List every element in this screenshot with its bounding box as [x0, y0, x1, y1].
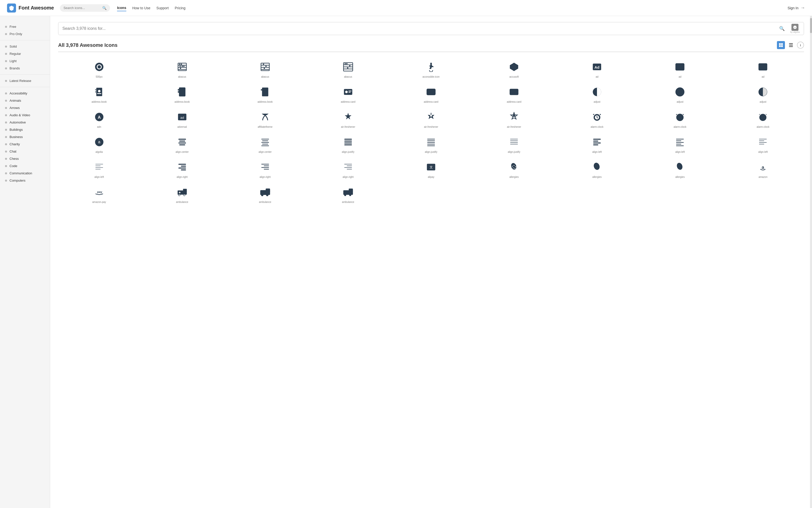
- logo-area[interactable]: Font Awesome: [7, 3, 54, 12]
- icon-glyph: [592, 112, 602, 124]
- sidebar-item-computers[interactable]: Computers: [0, 177, 50, 184]
- icon-cell-abacus[interactable]: abacus: [224, 56, 306, 80]
- icon-cell-allergies[interactable]: allergies: [473, 156, 555, 180]
- sidebar-item-latest-release[interactable]: Latest Release: [0, 77, 50, 84]
- sidebar-dot: [5, 46, 7, 48]
- icon-cell-align-left[interactable]: align-left: [722, 131, 804, 155]
- icon-cell-accessible-icon[interactable]: accessible-icon: [390, 56, 472, 80]
- sidebar-item-free[interactable]: Free: [0, 23, 50, 30]
- icon-cell-alarm-clock[interactable]: alarm-clock: [639, 106, 721, 130]
- sidebar-label-latest-release: Latest Release: [9, 79, 31, 83]
- sidebar-item-solid[interactable]: Solid: [0, 43, 50, 50]
- svg-rect-3: [781, 43, 783, 45]
- sidebar-label-accessibility: Accessibility: [9, 91, 27, 95]
- svg-rect-59: [349, 91, 352, 91]
- icon-cell-allergies[interactable]: allergies: [639, 156, 721, 180]
- icon-cell-ambulance[interactable]: ambulance: [307, 181, 389, 205]
- icon-cell-align-justify[interactable]: align-justify: [473, 131, 555, 155]
- scrollbar[interactable]: [810, 16, 812, 508]
- icon-cell-adversal[interactable]: ad adversal: [141, 106, 223, 130]
- sidebar-item-chess[interactable]: Chess: [0, 155, 50, 162]
- svg-rect-2: [779, 43, 781, 45]
- icon-cell-align-left[interactable]: align-left: [58, 156, 140, 180]
- icon-cell-affiliatetheme[interactable]: affiliatetheme: [224, 106, 306, 130]
- icon-cell-adjust[interactable]: adjust: [556, 81, 638, 105]
- list-view-button[interactable]: [787, 41, 795, 49]
- nav-support[interactable]: Support: [156, 5, 169, 11]
- icon-cell-ad[interactable]: Ad ad: [639, 56, 721, 80]
- icon-cell-align-left[interactable]: align-left: [639, 131, 721, 155]
- sidebar-item-brands[interactable]: Brands: [0, 65, 50, 72]
- icon-cell-align-justify[interactable]: align-justify: [390, 131, 472, 155]
- icon-cell-air-freshener[interactable]: air-freshener: [390, 106, 472, 130]
- icon-cell-alipay[interactable]: 支 alipay: [390, 156, 472, 180]
- icon-cell-adjust[interactable]: adjust: [639, 81, 721, 105]
- icon-glyph: a: [758, 162, 768, 174]
- scrollbar-thumb[interactable]: [810, 18, 812, 33]
- icon-cell-ad[interactable]: Ad ad: [722, 56, 804, 80]
- sidebar-item-animals[interactable]: Animals: [0, 97, 50, 104]
- icon-cell-adjust[interactable]: adjust: [722, 81, 804, 105]
- main-search-input[interactable]: [63, 26, 779, 31]
- icon-cell-align-right[interactable]: align-right: [141, 156, 223, 180]
- icon-cell-alarm-clock[interactable]: alarm-clock: [722, 106, 804, 130]
- icon-cell-align-left[interactable]: align-left: [556, 131, 638, 155]
- sidebar-item-charity[interactable]: Charity: [0, 140, 50, 148]
- icon-cell-allergies[interactable]: allergies: [556, 156, 638, 180]
- sidebar-item-accessibility[interactable]: Accessibility: [0, 90, 50, 97]
- icon-cell-address-card[interactable]: address-card: [307, 81, 389, 105]
- icon-label: align-center: [176, 151, 189, 153]
- icon-cell-address-card[interactable]: address-card: [473, 81, 555, 105]
- icon-cell-abacus[interactable]: abacus: [307, 56, 389, 80]
- sidebar-item-automotive[interactable]: Automotive: [0, 119, 50, 126]
- svg-point-139: [512, 166, 513, 167]
- icon-cell-address-book[interactable]: address-book: [141, 81, 223, 105]
- icon-cell-alarm-clock[interactable]: alarm-clock: [556, 106, 638, 130]
- icon-cell-address-card[interactable]: address-card: [390, 81, 472, 105]
- icon-cell-address-book[interactable]: address-book: [224, 81, 306, 105]
- icon-cell-amazon-pay[interactable]: pay amazon-pay: [58, 181, 140, 205]
- icon-cell-address-book[interactable]: address-book: [58, 81, 140, 105]
- sidebar-item-audio-video[interactable]: Audio & Video: [0, 112, 50, 119]
- nav-how-to-use[interactable]: How to Use: [132, 5, 150, 11]
- icons-grid: 500px abacus abacus abacus accessible-ic…: [58, 56, 804, 205]
- icon-cell-align-right[interactable]: align-right: [224, 156, 306, 180]
- grid-view-button[interactable]: [777, 41, 785, 49]
- top-search-bar[interactable]: 🔍: [60, 4, 110, 12]
- icon-cell-algolia[interactable]: a algolia: [58, 131, 140, 155]
- icon-cell-500px[interactable]: 500px: [58, 56, 140, 80]
- sidebar-item-code[interactable]: Code: [0, 162, 50, 170]
- nav-icons[interactable]: Icons: [117, 5, 126, 11]
- icon-cell-align-center[interactable]: align-center: [224, 131, 306, 155]
- sidebar-item-business[interactable]: Business: [0, 133, 50, 140]
- sidebar-item-pro-only[interactable]: Pro Only: [0, 30, 50, 38]
- icon-cell-ambulance[interactable]: ambulance: [224, 181, 306, 205]
- icon-cell-air-freshener[interactable]: air-freshener: [473, 106, 555, 130]
- icon-cell-ad[interactable]: Ad ad: [556, 56, 638, 80]
- sidebar-item-chat[interactable]: Chat: [0, 148, 50, 155]
- icon-cell-adn[interactable]: A adn: [58, 106, 140, 130]
- icon-cell-abacus[interactable]: abacus: [141, 56, 223, 80]
- icon-cell-ambulance[interactable]: ambulance: [141, 181, 223, 205]
- icon-cell-align-center[interactable]: align-center: [141, 131, 223, 155]
- icon-label: affiliatetheme: [258, 126, 273, 128]
- sidebar-item-arrows[interactable]: Arrows: [0, 104, 50, 112]
- icon-label: align-right: [342, 176, 354, 178]
- icon-cell-air-freshener[interactable]: air-freshener: [307, 106, 389, 130]
- icon-label: ambulance: [176, 201, 188, 203]
- icon-cell-amazon[interactable]: a amazon: [722, 156, 804, 180]
- sidebar-item-regular[interactable]: Regular: [0, 50, 50, 57]
- nav-pricing[interactable]: Pricing: [175, 5, 186, 11]
- sidebar-item-communication[interactable]: Communication: [0, 170, 50, 177]
- icon-cell-align-right[interactable]: align-right: [307, 156, 389, 180]
- sidebar-item-light[interactable]: Light: [0, 57, 50, 65]
- sidebar-item-buildings[interactable]: Buildings: [0, 126, 50, 133]
- icon-glyph: [758, 137, 768, 149]
- info-button[interactable]: i: [797, 42, 804, 49]
- icon-cell-accusoft[interactable]: accusoft: [473, 56, 555, 80]
- main-search-bar[interactable]: 🔍 a by algolia: [58, 22, 804, 35]
- signin-area[interactable]: Sign In →: [787, 5, 805, 10]
- top-search-input[interactable]: [64, 6, 100, 10]
- icon-cell-align-justify[interactable]: align-justify: [307, 131, 389, 155]
- icon-label: align-right: [260, 176, 271, 178]
